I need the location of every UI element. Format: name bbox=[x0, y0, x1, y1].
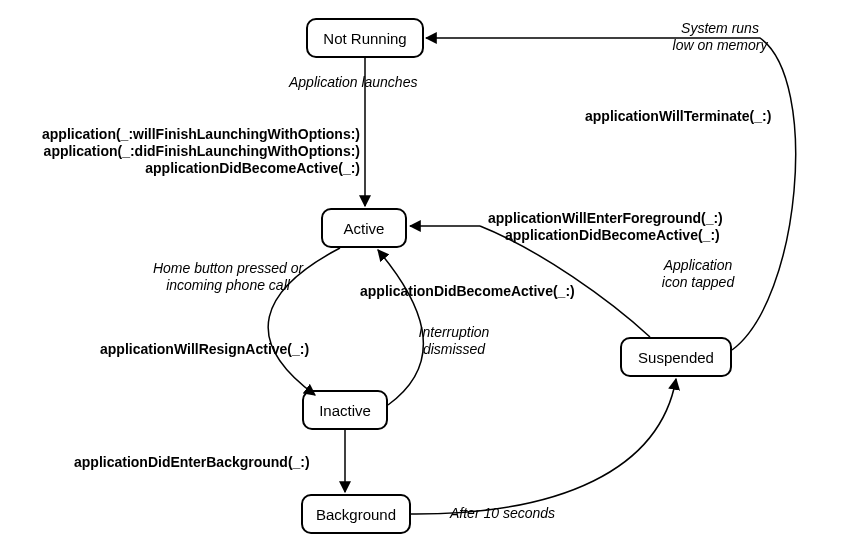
label-after-10s: After 10 seconds bbox=[450, 505, 555, 522]
label-enter-fg-1: applicationWillEnterForeground(_:) bbox=[488, 210, 723, 227]
label-system-low-memory: System runslow on memory bbox=[640, 20, 800, 54]
label-launch-cb-2: application(_:didFinishLaunchingWithOpti… bbox=[4, 143, 360, 160]
state-not-running: Not Running bbox=[306, 18, 424, 58]
label-launch-cb-1: application(_:willFinishLaunchingWithOpt… bbox=[4, 126, 360, 143]
label-app-icon-tapped: Applicationicon tapped bbox=[648, 257, 748, 291]
label-will-terminate: applicationWillTerminate(_:) bbox=[585, 108, 771, 125]
label-did-enter-background: applicationDidEnterBackground(_:) bbox=[74, 454, 310, 471]
state-background: Background bbox=[301, 494, 411, 534]
label-launch-cb-3: applicationDidBecomeActive(_:) bbox=[4, 160, 360, 177]
label-interruption-dismissed: Interruptiondismissed bbox=[404, 324, 504, 358]
label-home-button: Home button pressed orincoming phone cal… bbox=[138, 260, 318, 294]
label-will-resign-active: applicationWillResignActive(_:) bbox=[100, 341, 309, 358]
label-did-become-active: applicationDidBecomeActive(_:) bbox=[360, 283, 575, 300]
label-application-launches: Application launches bbox=[289, 74, 417, 91]
state-inactive: Inactive bbox=[302, 390, 388, 430]
state-suspended: Suspended bbox=[620, 337, 732, 377]
state-active: Active bbox=[321, 208, 407, 248]
label-enter-fg-2: applicationDidBecomeActive(_:) bbox=[505, 227, 720, 244]
